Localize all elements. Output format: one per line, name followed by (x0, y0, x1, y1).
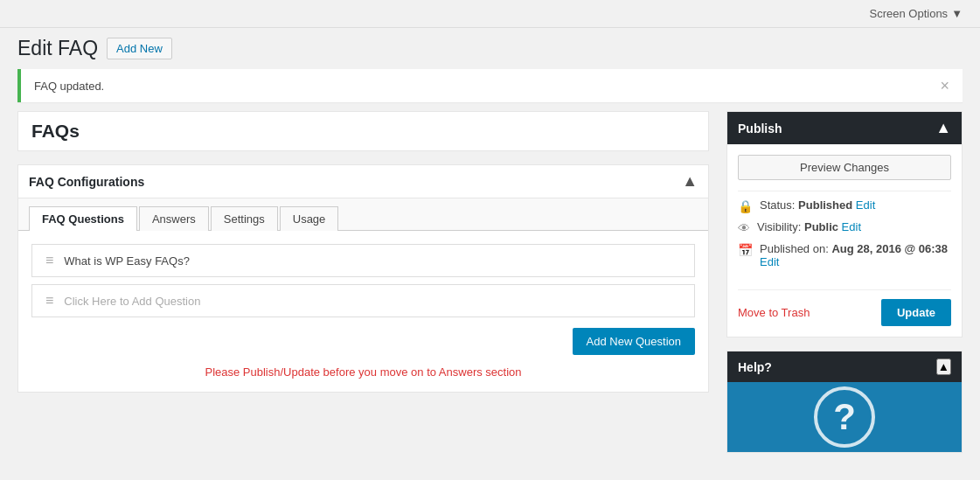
publish-panel-header: Publish ▲ (727, 112, 962, 144)
page-header: Edit FAQ Add New (0, 28, 980, 65)
published-on-edit-link[interactable]: Edit (760, 255, 779, 268)
visibility-edit-link[interactable]: Edit (842, 220, 861, 233)
tab-faq-questions[interactable]: FAQ Questions (29, 206, 137, 231)
update-button[interactable]: Update (881, 299, 951, 326)
publish-actions: Move to Trash Update (738, 289, 951, 326)
help-circle-icon: ? (814, 386, 875, 448)
right-column: Publish ▲ Preview Changes 🔒 Status: Publ… (726, 111, 963, 453)
add-question-placeholder[interactable]: ≡ Click Here to Add Question (31, 284, 695, 317)
tab-usage[interactable]: Usage (280, 206, 339, 231)
screen-options-label: Screen Options (870, 7, 949, 20)
move-to-trash-link[interactable]: Move to Trash (738, 306, 810, 319)
screen-options-button[interactable]: Screen Options ▼ (870, 7, 963, 20)
drag-handle-icon: ≡ (45, 254, 53, 268)
help-panel-collapse-button[interactable]: ▲ (936, 358, 951, 375)
question-item[interactable]: ≡ What is WP Easy FAQs? (31, 244, 695, 277)
calendar-icon: 📅 (738, 243, 753, 257)
placeholder-question-text: Click Here to Add Question (64, 295, 200, 308)
status-value: Published (798, 198, 852, 212)
visibility-item: 👁 Visibility: Public Edit (738, 220, 951, 235)
published-on-line: Published on: Aug 28, 2016 @ 06:38 (760, 242, 948, 255)
published-on-edit-wrap: Edit (760, 255, 948, 268)
page-title: Edit FAQ (17, 37, 98, 60)
published-on-text: Published on: Aug 28, 2016 @ 06:38 Edit (760, 242, 948, 268)
update-notice: FAQ updated. × (17, 69, 963, 102)
help-question-mark: ? (833, 399, 856, 435)
panel-header: FAQ Configurations ▲ (18, 165, 708, 198)
publish-panel: Publish ▲ Preview Changes 🔒 Status: Publ… (726, 111, 963, 337)
main-layout: FAQs FAQ Configurations ▲ FAQ Questions … (0, 111, 980, 453)
help-panel: Help? ▲ ? (726, 351, 963, 453)
publish-panel-title: Publish (738, 122, 782, 136)
publish-meta: 🔒 Status: Published Edit 👁 Visibility: P… (738, 191, 951, 282)
warning-message: Please Publish/Update before you move on… (31, 365, 695, 379)
published-on-value: Aug 28, 2016 @ 06:38 (831, 242, 948, 255)
publish-panel-collapse-button[interactable]: ▲ (935, 119, 951, 137)
drag-handle-icon-2: ≡ (45, 294, 53, 308)
visibility-text: Visibility: Public Edit (757, 220, 861, 233)
visibility-value: Public (804, 220, 838, 233)
help-panel-title: Help? (738, 360, 772, 374)
status-item: 🔒 Status: Published Edit (738, 198, 951, 213)
status-text: Status: Published Edit (760, 198, 875, 212)
tab-answers[interactable]: Answers (139, 206, 209, 231)
help-panel-header: Help? ▲ (727, 351, 962, 382)
tab-content: ≡ What is WP Easy FAQs? ≡ Click Here to … (18, 231, 708, 392)
top-bar: Screen Options ▼ (0, 0, 980, 28)
faq-configurations-panel: FAQ Configurations ▲ FAQ Questions Answe… (17, 164, 709, 393)
add-new-question-button[interactable]: Add New Question (573, 328, 695, 355)
visibility-label: Visibility: (757, 220, 801, 233)
publish-panel-body: Preview Changes 🔒 Status: Published Edit… (727, 144, 962, 337)
tab-settings[interactable]: Settings (211, 206, 278, 231)
panel-title: FAQ Configurations (29, 175, 144, 189)
add-new-button[interactable]: Add New (107, 38, 172, 59)
help-panel-body: ? (727, 382, 962, 452)
notice-message: FAQ updated. (34, 80, 104, 93)
panel-collapse-button[interactable]: ▲ (682, 172, 698, 191)
status-edit-link[interactable]: Edit (856, 198, 875, 212)
published-on-item: 📅 Published on: Aug 28, 2016 @ 06:38 Edi… (738, 242, 951, 268)
preview-changes-button[interactable]: Preview Changes (738, 155, 951, 180)
visibility-icon: 👁 (738, 221, 750, 235)
add-question-wrap: Add New Question (31, 328, 695, 355)
faq-tabs: FAQ Questions Answers Settings Usage (18, 198, 708, 231)
status-icon: 🔒 (738, 199, 753, 213)
faqs-title-box: FAQs (17, 111, 709, 151)
published-on-label: Published on: (760, 242, 829, 255)
screen-options-chevron: ▼ (951, 7, 963, 20)
faqs-title: FAQs (31, 121, 695, 142)
status-label: Status: (760, 198, 795, 212)
question-text: What is WP Easy FAQs? (64, 254, 190, 268)
left-column: FAQs FAQ Configurations ▲ FAQ Questions … (17, 111, 709, 453)
notice-close-button[interactable]: × (940, 78, 949, 94)
